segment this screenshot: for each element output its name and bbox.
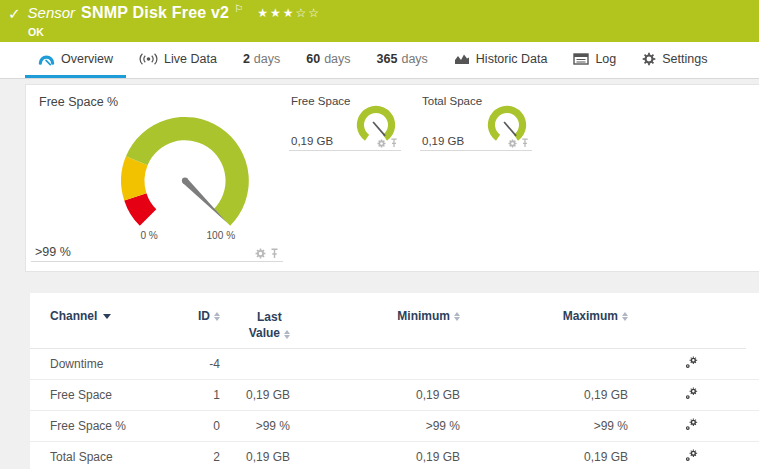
gauge-title: Free Space % — [31, 90, 283, 109]
channel-id: -4 — [180, 349, 228, 380]
table-header-row: Channel ID Last Value Minimum — [30, 300, 759, 349]
widget-pin-icon[interactable] — [270, 248, 279, 259]
gauge-value: >99 % — [35, 245, 71, 259]
tab-live-data[interactable]: Live Data — [126, 42, 230, 78]
gauges-panel: Free Space % 0 % 100 % >99 % — [25, 84, 759, 272]
log-window-icon — [573, 53, 589, 65]
tab-number: 365 — [377, 52, 398, 66]
sensor-page: ✓ Sensor SNMP Disk Free v2 ⚐ ★★★☆☆ OK Ov… — [0, 0, 759, 469]
channel-minimum — [298, 349, 468, 380]
tab-label: days — [324, 52, 350, 66]
broadcast-icon — [139, 52, 158, 66]
sort-arrows-icon — [214, 312, 220, 321]
channel-settings-gears-icon[interactable] — [685, 449, 698, 462]
channel-minimum: 0,19 GB — [298, 442, 468, 469]
tab-bar: Overview Live Data 2 days 60 days 365 — [0, 42, 759, 79]
table-row-downtime: Downtime -4 — [30, 349, 759, 380]
channel-last-value: 0,19 GB — [228, 380, 298, 411]
channel-settings-gears-icon[interactable] — [685, 418, 698, 431]
column-header-id[interactable]: ID — [180, 300, 228, 349]
channel-name: Free Space — [30, 380, 180, 411]
tab-settings[interactable]: Settings — [629, 42, 720, 78]
table-row-free-space: Free Space 1 0,19 GB 0,19 GB 0,19 GB — [30, 380, 759, 411]
tab-label: Overview — [61, 52, 113, 66]
gauge-icon — [38, 52, 55, 66]
free-space-pct-gauge: 0 % 100 % — [99, 109, 271, 243]
tab-label: days — [254, 52, 280, 66]
channel-id: 2 — [180, 442, 228, 469]
widget-settings-gear-icon[interactable] — [255, 248, 266, 259]
tab-label: Log — [595, 52, 616, 66]
table-row-free-space-pct: Free Space % 0 >99 % >99 % >99 % — [30, 411, 759, 442]
channel-name: Downtime — [30, 349, 180, 380]
gauge-widget-total-space: Total Space 0,19 GB — [420, 94, 532, 151]
sensor-title: SNMP Disk Free v2 — [81, 4, 229, 22]
gauge-value: 0,19 GB — [422, 135, 464, 147]
channel-maximum: >99 % — [468, 411, 636, 442]
channel-minimum: 0,19 GB — [298, 380, 468, 411]
status-ok-check-icon: ✓ — [8, 5, 21, 23]
channel-last-value: >99 % — [228, 411, 298, 442]
channel-id: 1 — [180, 380, 228, 411]
column-header-maximum[interactable]: Maximum — [468, 300, 636, 349]
column-header-actions — [636, 300, 746, 349]
channel-name: Total Space — [30, 442, 180, 469]
tab-number: 60 — [306, 52, 320, 66]
tab-60-days[interactable]: 60 days — [293, 42, 363, 78]
sensor-status-badge: OK — [28, 26, 759, 38]
channel-settings-gears-icon[interactable] — [685, 387, 698, 400]
sort-arrows-icon — [622, 312, 628, 321]
channel-last-value — [228, 349, 298, 380]
tab-label: Historic Data — [476, 52, 548, 66]
tab-365-days[interactable]: 365 days — [364, 42, 441, 78]
priority-flag-icon[interactable]: ⚐ — [234, 3, 243, 14]
sort-arrows-icon — [284, 330, 290, 339]
channel-name: Free Space % — [30, 411, 180, 442]
widget-settings-gear-icon[interactable] — [508, 139, 517, 148]
channel-settings-gears-icon[interactable] — [685, 356, 698, 369]
sort-caret-icon — [103, 314, 111, 319]
gauge-scale-min: 0 % — [140, 230, 157, 241]
area-chart-icon — [454, 53, 470, 65]
tab-label: Live Data — [164, 52, 217, 66]
channel-maximum: 0,19 GB — [468, 380, 636, 411]
channel-maximum — [468, 349, 636, 380]
object-kind-label: Sensor — [28, 4, 76, 21]
gauge-widget-free-space-pct: Free Space % 0 % 100 % >99 % — [31, 90, 283, 262]
sort-arrows-icon — [454, 312, 460, 321]
widget-pin-icon[interactable] — [521, 138, 529, 148]
widget-settings-gear-icon[interactable] — [377, 139, 386, 148]
channel-maximum: 0,19 GB — [468, 442, 636, 469]
tab-historic-data[interactable]: Historic Data — [441, 42, 561, 78]
tab-log[interactable]: Log — [560, 42, 629, 78]
channel-last-value: 0,19 GB — [228, 442, 298, 469]
tab-label: days — [401, 52, 427, 66]
channel-minimum: >99 % — [298, 411, 468, 442]
overview-content: Free Space % 0 % 100 % >99 % — [0, 79, 759, 469]
gear-icon — [642, 52, 656, 66]
gauge-scale-max: 100 % — [207, 230, 236, 241]
channel-table: Channel ID Last Value Minimum — [30, 300, 759, 469]
table-row-total-space: Total Space 2 0,19 GB 0,19 GB 0,19 GB — [30, 442, 759, 469]
priority-stars[interactable]: ★★★☆☆ — [257, 6, 321, 20]
tab-overview[interactable]: Overview — [25, 42, 126, 78]
tab-number: 2 — [243, 52, 250, 66]
column-header-minimum[interactable]: Minimum — [298, 300, 468, 349]
column-header-last-value[interactable]: Last Value — [228, 300, 298, 349]
gauge-value: 0,19 GB — [291, 135, 333, 147]
widget-pin-icon[interactable] — [390, 138, 398, 148]
gauge-widget-free-space: Free Space 0,19 GB — [289, 94, 401, 151]
sensor-header: ✓ Sensor SNMP Disk Free v2 ⚐ ★★★☆☆ OK — [0, 0, 759, 42]
tab-label: Settings — [662, 52, 707, 66]
channel-table-panel: Channel ID Last Value Minimum — [30, 293, 759, 469]
tab-2-days[interactable]: 2 days — [230, 42, 293, 78]
column-header-channel[interactable]: Channel — [30, 300, 180, 349]
channel-id: 0 — [180, 411, 228, 442]
